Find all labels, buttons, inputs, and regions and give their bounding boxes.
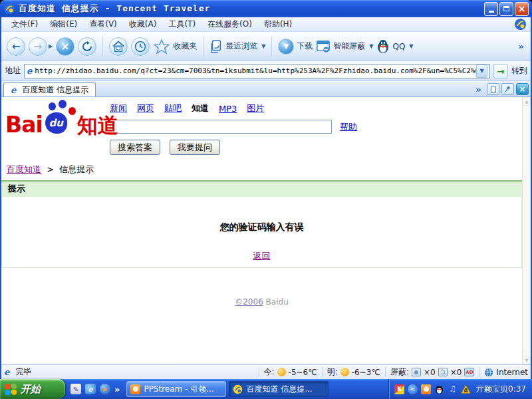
smart-block-button[interactable]: 智能屏蔽 ▼ (316, 40, 373, 53)
popup-block-count: ×0 (424, 368, 436, 377)
nav-web-link[interactable]: 网页 (137, 102, 154, 114)
address-box: e ▼ (24, 64, 490, 78)
logo-du-text: du (45, 112, 67, 134)
address-input[interactable] (35, 65, 476, 77)
forward-button[interactable]: → (29, 37, 47, 56)
status-separator (259, 367, 259, 377)
search-answers-button[interactable]: 搜索答案 (110, 140, 160, 155)
sunny-icon (277, 368, 286, 376)
favorites-label: 收藏夹 (173, 41, 197, 52)
favorites-button[interactable]: 收藏夹 (153, 39, 197, 55)
quick-launch-overflow-icon[interactable]: » (114, 384, 120, 394)
quick-launch-media-player-icon[interactable]: ▶ (100, 384, 110, 394)
close-tab-button[interactable]: × (516, 83, 529, 95)
baidu-paw-icon: du (43, 101, 76, 136)
recent-dropdown-icon[interactable]: ▼ (261, 43, 265, 49)
sunny-icon (340, 368, 349, 376)
notice-body: 您的验证码输入有误 返回 (1, 197, 522, 268)
history-button[interactable] (131, 37, 150, 56)
tray-qq-icon[interactable] (434, 384, 444, 394)
stop-button[interactable]: × (56, 37, 74, 56)
task-baidu-zhidao[interactable]: 百度知道 信息提... (229, 381, 329, 397)
tencent-traveler-icon (233, 384, 243, 394)
notice-header: 提示 (1, 180, 522, 197)
address-bar: 地址 e ▼ → 转到 (1, 61, 531, 81)
scroll-up-button[interactable]: ▲ (523, 97, 531, 106)
menu-file[interactable]: 文件(F) (5, 19, 44, 30)
browser-viewport: Bai du 知道 新闻 网页 贴吧 知道 MP3 图片 帮 (1, 97, 531, 364)
ppstream-icon (130, 384, 140, 394)
nav-image-link[interactable]: 图片 (247, 102, 264, 114)
recent-browsing-button[interactable]: 最近浏览 ▼ (209, 39, 265, 54)
tray-antivirus-icon[interactable]: K (394, 384, 404, 394)
refresh-button[interactable] (78, 37, 96, 56)
address-label: 地址 (5, 65, 21, 76)
back-link[interactable]: 返回 (253, 250, 271, 262)
search-input[interactable] (110, 120, 332, 134)
recent-browsing-label: 最近浏览 (225, 41, 257, 52)
baidu-zhidao-logo[interactable]: Bai du 知道 (5, 101, 118, 136)
footer-baidu-text: Baidu (266, 297, 289, 307)
minimize-button[interactable] (484, 2, 498, 16)
menu-favorites[interactable]: 收藏(A) (123, 19, 163, 30)
menu-tools[interactable]: 工具(T) (162, 19, 201, 30)
tray-alert-icon[interactable]: A (461, 384, 471, 394)
toolbar-separator (203, 37, 203, 57)
block-counters[interactable]: 屏蔽: ×0 ×0 AD (390, 366, 474, 378)
tray-clock[interactable]: 亓颖宝贝0:37 (476, 384, 526, 395)
favorites-star-icon (153, 39, 170, 55)
download-label: 下载 (297, 41, 313, 52)
weather-tomorrow[interactable]: 明: -6~3℃ (327, 366, 380, 378)
back-button[interactable]: ← (7, 37, 25, 56)
popup-block-icon (412, 368, 421, 376)
block-label: 屏蔽: (390, 366, 409, 378)
error-message: 您的验证码输入有误 (2, 221, 521, 233)
status-page-icon: e (4, 367, 9, 377)
ask-question-button[interactable]: 我要提问 (170, 140, 220, 155)
ad-filter-icon: AD (464, 368, 474, 376)
tab-bar: e 百度知道 信息提示 » × (1, 81, 531, 97)
smart-block-dropdown-icon[interactable]: ▼ (369, 43, 373, 49)
menu-edit[interactable]: 编辑(E) (44, 19, 83, 30)
address-dropdown-button[interactable]: ▼ (476, 65, 487, 78)
tray-audio-icon[interactable]: ♫ (448, 384, 458, 394)
go-label: 转到 (511, 65, 527, 76)
qq-dropdown-icon[interactable]: ▼ (409, 43, 413, 49)
tab-list-button[interactable] (487, 83, 499, 95)
start-button[interactable]: 开始 (0, 379, 65, 399)
system-tray: K < ♫ A 亓颖宝贝0:37 (388, 379, 532, 399)
tray-collapse-icon[interactable]: < (408, 384, 418, 394)
tab-overflow-icon[interactable]: » (472, 83, 485, 95)
toolbar-separator (271, 37, 272, 57)
pin-tab-button[interactable] (501, 83, 514, 95)
toolbar-overflow-icon[interactable]: » (519, 41, 524, 51)
nav-tieba-link[interactable]: 贴吧 (164, 102, 182, 114)
copyright-link[interactable]: ©2006 (235, 297, 263, 307)
menu-help[interactable]: 帮助(H) (258, 19, 298, 30)
close-button[interactable]: × (515, 2, 529, 16)
nav-mp3-link[interactable]: MP3 (219, 104, 237, 114)
task-ppstream[interactable]: PPStream - 引领... (126, 381, 226, 397)
breadcrumb: 百度知道 > 信息提示 (7, 164, 522, 176)
breadcrumb-home-link[interactable]: 百度知道 (7, 164, 41, 174)
restore-button[interactable] (499, 2, 513, 16)
tray-ppstream-icon[interactable] (421, 384, 431, 394)
download-button[interactable]: ▼ 下载 (278, 39, 313, 55)
menu-online-services[interactable]: 在线服务(O) (201, 19, 258, 30)
go-button[interactable]: → (493, 64, 508, 78)
scroll-down-button[interactable]: ▼ (523, 356, 531, 364)
vertical-scrollbar[interactable]: ▲ ▼ (522, 97, 531, 364)
quick-launch-ie-icon[interactable]: e (85, 384, 96, 394)
tab-baidu-zhidao[interactable]: e 百度知道 信息提示 (3, 82, 96, 96)
menu-view[interactable]: 查看(V) (83, 19, 123, 30)
today-label: 今: (264, 366, 275, 378)
baidu-error-page: Bai du 知道 新闻 网页 贴吧 知道 MP3 图片 帮 (1, 97, 522, 364)
help-link[interactable]: 帮助 (340, 121, 357, 133)
forward-dropdown-icon[interactable]: ▶ (49, 43, 53, 49)
search-row: 帮助 (110, 120, 522, 134)
qq-button[interactable]: QQ ▼ (376, 39, 413, 54)
weather-today[interactable]: 今: -5~6℃ (264, 366, 317, 378)
smart-block-label: 智能屏蔽 (333, 41, 365, 52)
home-button[interactable] (109, 37, 128, 56)
quick-launch-desktop-icon[interactable]: ✎ (70, 384, 81, 394)
